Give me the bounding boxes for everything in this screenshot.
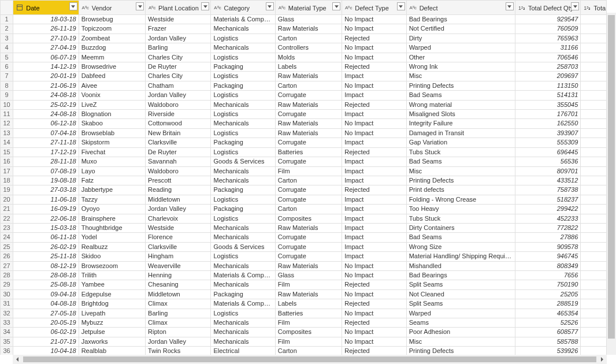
cell-defect[interactable]: Misc [406, 337, 515, 346]
cell-qty[interactable]: 706546 [515, 53, 580, 62]
row-number[interactable]: 18 [1, 176, 13, 185]
cell-defect[interactable]: Printing Defects [406, 176, 515, 185]
cell-date[interactable]: 25-02-19 [13, 100, 79, 109]
cell-vendor[interactable]: Browsezoom [79, 261, 145, 270]
cell-defecttype[interactable]: Impact [342, 110, 406, 119]
scroll-left-arrow[interactable] [13, 355, 22, 364]
cell-plant[interactable]: De Ruyter [146, 147, 211, 157]
row-number[interactable]: 1 [1, 15, 13, 24]
cell-plant[interactable]: De Ruyter [146, 62, 211, 72]
row-number[interactable]: 25 [1, 242, 13, 251]
cell-qty[interactable]: 209697 [515, 72, 580, 81]
cell-material[interactable]: Glass [275, 270, 342, 280]
table-row[interactable]: 3610-04-18RealblabTwin RocksElectricalCa… [1, 347, 607, 355]
cell-vendor[interactable]: Aivee [79, 81, 145, 90]
cell-plant[interactable]: Waldoboro [146, 100, 211, 109]
cell-material[interactable]: Raw Materials [275, 72, 342, 81]
cell-material[interactable]: Raw Materials [275, 261, 342, 270]
cell-defecttype[interactable]: No Impact [342, 309, 406, 318]
cell-dow[interactable] [581, 309, 607, 318]
cell-material[interactable]: Composites [275, 328, 342, 337]
cell-plant[interactable]: Jordan Valley [146, 34, 211, 43]
cell-defecttype[interactable]: Rejected [342, 100, 406, 109]
cell-defect[interactable]: Bad Seams [406, 91, 515, 100]
row-number[interactable]: 26 [1, 252, 13, 261]
cell-category[interactable]: Logistics [211, 214, 275, 223]
cell-qty[interactable]: 809701 [515, 166, 580, 176]
cell-defecttype[interactable]: Impact [342, 223, 406, 232]
cell-plant[interactable]: Westside [146, 223, 211, 232]
column-header-defect[interactable]: AᴮcDefect [406, 1, 515, 15]
cell-defect[interactable]: Misc [406, 72, 515, 81]
row-number[interactable]: 4 [1, 43, 13, 53]
cell-defecttype[interactable]: Rejected [342, 280, 406, 289]
cell-date[interactable]: 09-04-18 [13, 289, 79, 299]
cell-dow[interactable] [581, 43, 607, 53]
row-number[interactable]: 15 [1, 147, 13, 157]
cell-vendor[interactable]: Buzzdog [79, 43, 145, 53]
cell-plant[interactable]: Jordan Valley [146, 91, 211, 100]
cell-vendor[interactable]: Browsedrive [79, 62, 145, 72]
cell-vendor[interactable]: Oyoyo [79, 205, 145, 214]
cell-defect[interactable]: Wrong material [406, 100, 515, 109]
cell-category[interactable]: Logistics [211, 72, 275, 81]
table-row[interactable]: 1307-04-18BrowseblabNew BritainLogistics… [1, 128, 607, 138]
cell-qty[interactable]: 299422 [515, 205, 580, 214]
cell-qty[interactable]: 113150 [515, 81, 580, 90]
cell-defecttype[interactable]: No Impact [342, 328, 406, 337]
row-number[interactable]: 13 [1, 128, 13, 138]
cell-vendor[interactable]: LiveZ [79, 100, 145, 109]
cell-plant[interactable]: Westside [146, 15, 211, 24]
cell-date[interactable]: 25-11-18 [13, 252, 79, 261]
cell-dow[interactable] [581, 328, 607, 337]
cell-dow[interactable] [581, 34, 607, 43]
cell-material[interactable]: Carton [275, 34, 342, 43]
cell-vendor[interactable]: Layo [79, 166, 145, 176]
cell-qty[interactable]: 808349 [515, 261, 580, 270]
cell-vendor[interactable]: Zoombeat [79, 34, 145, 43]
cell-defecttype[interactable]: No Impact [342, 261, 406, 270]
table-row[interactable]: 1124-08-18BlognationRiversideLogisticsCo… [1, 110, 607, 119]
cell-category[interactable]: Mechanicals [211, 337, 275, 346]
row-number[interactable]: 16 [1, 157, 13, 166]
cell-vendor[interactable]: Jaxworks [79, 337, 145, 346]
cell-defect[interactable]: Warped [406, 309, 515, 318]
cell-defect[interactable]: Integrity Failure [406, 119, 515, 128]
table-row[interactable]: 3227-05-18LivepathBarlingLogisticsBatter… [1, 309, 607, 318]
table-row[interactable]: 1517-12-19FivechatDe RuyterLogisticsBatt… [1, 147, 607, 157]
cell-material[interactable]: Composites [275, 214, 342, 223]
table-row[interactable]: 2315-03-18ThoughtbridgeWestsideMechanica… [1, 223, 607, 232]
cell-defecttype[interactable]: Impact [342, 205, 406, 214]
cell-plant[interactable]: Savannah [146, 157, 211, 166]
cell-defecttype[interactable]: Rejected [342, 347, 406, 355]
cell-qty[interactable]: 608577 [515, 328, 580, 337]
cell-defect[interactable]: Not Cleaned [406, 289, 515, 299]
table-row[interactable]: 226-11-19TopiczoomFrazerMechanicalsRaw M… [1, 24, 607, 34]
cell-qty[interactable]: 27886 [515, 233, 580, 242]
row-number[interactable]: 12 [1, 119, 13, 128]
cell-material[interactable]: Corrugate [275, 252, 342, 261]
cell-qty[interactable]: 909578 [515, 242, 580, 251]
cell-defect[interactable]: Bad Bearings [406, 270, 515, 280]
cell-defect[interactable]: Damaged in Transit [406, 128, 515, 138]
cell-category[interactable]: Mechanicals [211, 261, 275, 270]
cell-plant[interactable]: Chesaning [146, 280, 211, 289]
cell-material[interactable]: Carton [275, 81, 342, 90]
row-number[interactable]: 2 [1, 24, 13, 34]
column-filter-dropdown[interactable] [136, 2, 144, 10]
cell-date[interactable]: 08-12-19 [13, 261, 79, 270]
table-row[interactable]: 3009-04-18EdgepulseMiddletownPackagingRa… [1, 289, 607, 299]
cell-category[interactable]: Mechanicals [211, 176, 275, 185]
cell-dow[interactable] [581, 185, 607, 195]
cell-plant[interactable]: Charles City [146, 72, 211, 81]
column-header-category[interactable]: AᴮcCategory [211, 1, 275, 15]
cell-material[interactable]: Corrugate [275, 185, 342, 195]
cell-defect[interactable]: Wrong Ink [406, 62, 515, 72]
cell-plant[interactable]: Jordan Valley [146, 205, 211, 214]
column-header-qty[interactable]: 1²₃Total Defect Qty [515, 1, 580, 15]
horizontal-scroll-thumb[interactable] [23, 356, 596, 362]
cell-plant[interactable]: Waldoboro [146, 166, 211, 176]
cell-date[interactable]: 16-09-19 [13, 205, 79, 214]
table-row[interactable]: 2406-11-18YodelFlorenceMechanicalsCorrug… [1, 233, 607, 242]
cell-plant[interactable]: Cottonwood [146, 119, 211, 128]
